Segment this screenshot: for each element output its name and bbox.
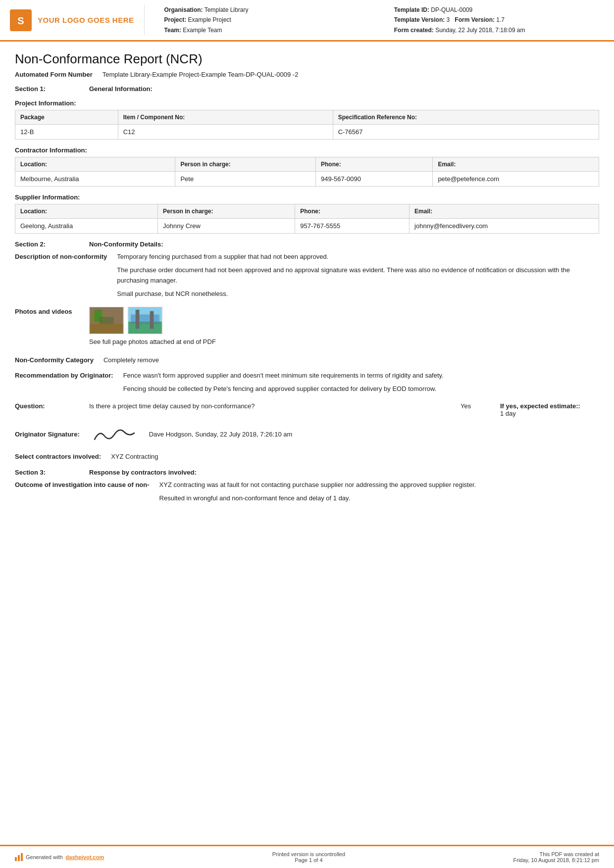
pdf-created-text: This PDF was created at (513, 851, 599, 857)
signature-label: Originator Signature: (15, 431, 80, 438)
form-number-label: Automated Form Number (15, 71, 93, 78)
photo-thumb-2 (128, 307, 162, 334)
outcome-value: XYZ contracting was at fault for not con… (159, 480, 599, 507)
question-text: Is there a project time delay caused by … (89, 402, 451, 410)
project-info-title: Project Information: (15, 99, 599, 107)
supplier-info-title: Supplier Information: (15, 193, 599, 201)
uncontrolled-text: Printed version is uncontrolled (272, 851, 345, 857)
bar2 (18, 855, 20, 861)
header: S YOUR LOGO GOES HERE Organisation: Temp… (0, 0, 614, 42)
footer-brand[interactable]: dashpivot.com (66, 854, 104, 860)
contractors-label: Select contractors involved: (15, 452, 101, 462)
bar1 (15, 857, 17, 861)
logo-text: YOUR LOGO GOES HERE (38, 16, 134, 24)
category-label: Non-Conformity Category (15, 355, 94, 366)
item-value: C12 (118, 125, 333, 140)
question-label: Question: (15, 402, 79, 410)
contractor-info-table: Location: Person in charge: Phone: Email… (15, 157, 599, 187)
photos-row: Photos and videos (15, 307, 599, 350)
col-package: Package (15, 110, 118, 125)
question-row: Question: Is there a project time delay … (15, 402, 599, 417)
section1-label: Section 1: (15, 85, 79, 93)
description-p3: Small purchase, but NCR nonetheless. (117, 289, 599, 299)
col-sup-person: Person in charge: (158, 204, 295, 219)
project-table-data-row: 12-B C12 C-76567 (15, 125, 599, 140)
svg-rect-11 (150, 311, 154, 329)
supplier-header-row: Location: Person in charge: Phone: Email… (15, 204, 599, 219)
svg-rect-6 (95, 310, 102, 322)
section1-title: General Information: (89, 85, 153, 93)
photo-thumb-1 (89, 307, 124, 334)
outcome-p1: XYZ contracting was at fault for not con… (159, 480, 599, 490)
organisation-line: Organisation: Template Library (164, 5, 374, 15)
recommendation-value: Fence wasn't form approved supplier and … (123, 371, 599, 397)
section2-header: Section 2: Non-Conformity Details: (15, 241, 599, 248)
contractor-person: Pete (175, 172, 316, 187)
col-person: Person in charge: (175, 157, 316, 172)
page-number: Page 1 of 4 (272, 857, 345, 863)
outcome-row: Outcome of investigation into cause of n… (15, 480, 599, 507)
section3-header: Section 3: Response by contractors invol… (15, 469, 599, 476)
main-content: Non-Conformance Report (NCR) Automated F… (0, 42, 614, 845)
signature-meta: Dave Hodgson, Sunday, 22 July 2018, 7:26… (149, 431, 293, 438)
category-value: Completely remove (103, 355, 599, 366)
template-id-line: Template ID: DP-QUAL-0009 (394, 5, 604, 15)
col-sup-location: Location: (15, 204, 158, 219)
col-phone: Phone: (316, 157, 433, 172)
contractor-info-title: Contractor Information: (15, 146, 599, 154)
supplier-data-row: Geelong, Australia Johnny Crew 957-767-5… (15, 219, 599, 234)
pdf-created-date: Friday, 10 August 2018, 8:21:12 pm (513, 857, 599, 863)
question-answer: Yes (460, 402, 490, 410)
category-row: Non-Conformity Category Completely remov… (15, 355, 599, 366)
photos-label: Photos and videos (15, 307, 79, 350)
bar3 (21, 853, 23, 861)
supplier-phone: 957-767-5555 (295, 219, 409, 234)
col-sup-phone: Phone: (295, 204, 409, 219)
svg-rect-10 (136, 310, 140, 329)
contractors-row: Select contractors involved: XYZ Contrac… (15, 452, 599, 462)
document-title: Non-Conformance Report (NCR) (15, 51, 599, 67)
template-version-line: Template Version: 3 Form Version: 1.7 (394, 15, 604, 25)
section3-label: Section 3: (15, 469, 79, 476)
footer: Generated with dashpivot.com Printed ver… (0, 845, 614, 868)
form-created-line: Form created: Sunday, 22 July 2018, 7:18… (394, 25, 604, 35)
footer-left: Generated with dashpivot.com (15, 853, 104, 861)
project-table-header-row: Package Item / Component No: Specificati… (15, 110, 599, 125)
supplier-person: Johnny Crew (158, 219, 295, 234)
logo-icon: S (10, 9, 32, 31)
generated-text: Generated with (26, 854, 63, 860)
signature-row: Originator Signature: Dave Hodgson, Sund… (15, 422, 599, 447)
recommendation-row: Recommendation by Originator: Fence wasn… (15, 371, 599, 397)
supplier-info-table: Location: Person in charge: Phone: Email… (15, 204, 599, 234)
footer-right: This PDF was created at Friday, 10 Augus… (513, 851, 599, 863)
spec-value: C-76567 (333, 125, 599, 140)
description-p2: The purchase order document had not been… (117, 265, 599, 286)
col-spec: Specification Reference No: (333, 110, 599, 125)
outcome-label: Outcome of investigation into cause of n… (15, 480, 150, 507)
question-estimate-value: 1 day (500, 410, 516, 417)
photos-value: See full page photos attached at end of … (89, 307, 599, 350)
description-label: Description of non-conformity (15, 252, 107, 302)
svg-text:S: S (17, 15, 24, 26)
project-line: Project: Example Project (164, 15, 374, 25)
svg-rect-9 (131, 315, 159, 324)
footer-center: Printed version is uncontrolled Page 1 o… (272, 851, 345, 863)
project-info-table: Package Item / Component No: Specificati… (15, 110, 599, 140)
col-sup-email: Email: (409, 204, 599, 219)
outcome-p2: Resulted in wrongful and non-conformant … (159, 493, 599, 504)
description-p1: Temporary fencing purchased from a suppl… (117, 252, 599, 262)
team-line: Team: Example Team (164, 25, 374, 35)
recommendation-label: Recommendation by Originator: (15, 371, 113, 397)
col-item: Item / Component No: (118, 110, 333, 125)
photos-container (89, 307, 599, 334)
description-row: Description of non-conformity Temporary … (15, 252, 599, 302)
supplier-location: Geelong, Australia (15, 219, 158, 234)
page: S YOUR LOGO GOES HERE Organisation: Temp… (0, 0, 614, 868)
header-meta-right: Template ID: DP-QUAL-0009 Template Versi… (394, 5, 604, 35)
recommendation-p2: Fencing should be collected by Pete's fe… (123, 384, 599, 394)
contractor-phone: 949-567-0090 (316, 172, 433, 187)
contractor-header-row: Location: Person in charge: Phone: Email… (15, 157, 599, 172)
form-number-row: Automated Form Number Template Library-E… (15, 71, 599, 78)
package-value: 12-B (15, 125, 118, 140)
form-number-value: Template Library-Example Project-Example… (102, 71, 299, 78)
